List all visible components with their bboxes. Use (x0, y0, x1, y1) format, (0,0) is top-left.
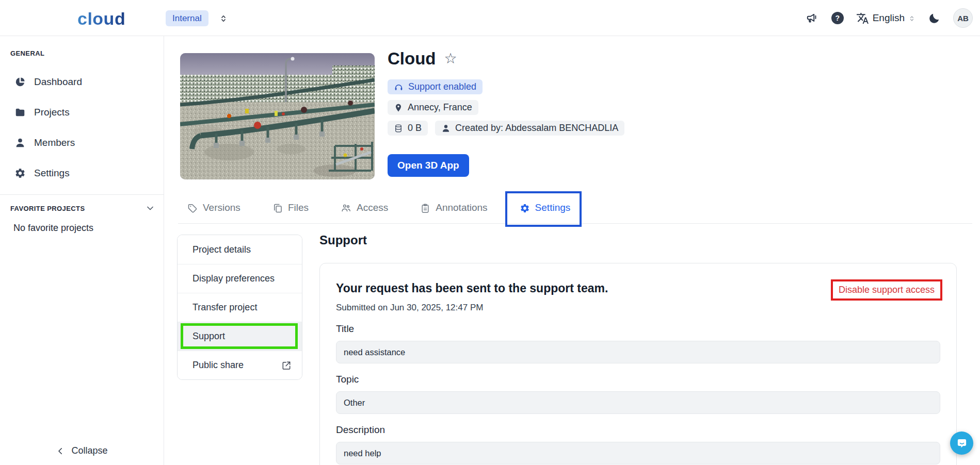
tab-versions[interactable]: Versions (187, 202, 240, 213)
title-field-value: need assistance (344, 347, 405, 357)
tab-label: Files (288, 202, 309, 213)
menu-item-label: Display preferences (192, 273, 275, 284)
announcements-icon[interactable] (806, 11, 819, 25)
clipboard-icon (420, 202, 430, 213)
language-selector[interactable]: English (856, 12, 915, 25)
chat-widget-button[interactable] (950, 431, 973, 455)
navbar-actions: ? English AB (806, 0, 973, 36)
disable-support-access-button[interactable]: Disable support access (839, 285, 935, 295)
headset-icon (394, 81, 404, 92)
language-label: English (873, 12, 905, 24)
pointcloud-preview-image (180, 53, 375, 179)
size-badge: 0 B (388, 121, 428, 136)
gear-icon (14, 167, 26, 179)
workspace-label: Internal (172, 13, 202, 24)
size-badge-label: 0 B (408, 123, 422, 134)
external-link-icon (281, 360, 292, 371)
pie-chart-icon (14, 76, 26, 88)
main-content: Cloud ☆ Support enabled Annecy, France 0… (164, 36, 980, 465)
avatar-initials: AB (957, 14, 969, 23)
sidebar-item-members[interactable]: Members (0, 127, 164, 158)
menu-item-support[interactable]: Support (178, 322, 302, 351)
menu-item-transfer-project[interactable]: Transfer project (178, 293, 302, 322)
menu-item-display-preferences[interactable]: Display preferences (178, 264, 302, 293)
translate-icon (856, 12, 869, 25)
user-avatar[interactable]: AB (953, 8, 973, 28)
favorite-projects-label: FAVORITE PROJECTS (10, 205, 85, 212)
favorites-empty-text: No favorite projects (13, 223, 164, 234)
help-icon[interactable]: ? (831, 12, 844, 24)
menu-item-public-share[interactable]: Public share (178, 351, 302, 379)
favorite-star-icon[interactable]: ☆ (444, 52, 457, 66)
sidebar-item-label: Settings (34, 168, 70, 179)
project-thumbnail (180, 53, 375, 179)
menu-item-project-details[interactable]: Project details (178, 235, 302, 264)
app-screen: cloud Internal ? English AB GENERAL Dash… (0, 0, 980, 465)
people-icon (341, 202, 351, 213)
topic-field-value: Other (344, 398, 365, 408)
location-badge: Annecy, France (388, 100, 478, 115)
sidebar-item-settings[interactable]: Settings (0, 158, 164, 188)
tab-access[interactable]: Access (341, 202, 388, 213)
location-badge-label: Annecy, France (408, 102, 472, 113)
support-heading: Support (319, 233, 367, 247)
disable-support-wrapper: Disable support access (839, 285, 935, 295)
description-field-value: need help (344, 449, 381, 458)
sidebar-item-dashboard[interactable]: Dashboard (0, 67, 164, 97)
tab-annotations[interactable]: Annotations (420, 202, 487, 213)
favorite-projects-header[interactable]: FAVORITE PROJECTS (0, 203, 164, 213)
support-message: Your request has been sent to the suppor… (336, 281, 608, 295)
folder-icon (14, 106, 26, 118)
sidebar-general-label: GENERAL (10, 49, 164, 57)
files-icon (272, 202, 283, 213)
chat-bubble-icon (955, 437, 969, 450)
app-logo[interactable]: cloud (77, 9, 125, 29)
settings-submenu: Project details Display preferences Tran… (177, 235, 302, 380)
tag-icon (187, 202, 198, 213)
title-field-label: Title (336, 323, 940, 335)
chevron-left-icon (56, 445, 65, 456)
location-pin-icon (394, 102, 403, 113)
project-title: Cloud (388, 49, 436, 69)
support-enabled-badge: Support enabled (388, 79, 483, 94)
help-glyph: ? (835, 14, 840, 22)
tab-settings[interactable]: Settings (520, 202, 571, 213)
description-field-label: Description (336, 424, 940, 436)
submitted-timestamp: Submitted on Jun 30, 2025, 12:47 PM (336, 303, 940, 313)
language-updown-icon (908, 12, 915, 24)
description-field-input[interactable]: need help (336, 442, 940, 464)
project-tabs: Versions Files Access Annotations Settin… (178, 192, 972, 224)
sidebar-item-label: Members (34, 137, 75, 148)
chevron-down-icon[interactable] (145, 203, 155, 213)
top-navbar: cloud Internal ? English AB (0, 0, 980, 36)
sidebar-item-label: Dashboard (34, 76, 82, 88)
open-3d-app-button[interactable]: Open 3D App (388, 154, 469, 177)
dark-mode-icon[interactable] (928, 12, 941, 25)
sidebar-collapse-button[interactable]: Collapse (0, 441, 164, 460)
collapse-label: Collapse (71, 445, 107, 456)
tab-label: Versions (203, 202, 240, 213)
topic-field-label: Topic (336, 374, 940, 385)
menu-item-label: Public share (192, 360, 244, 371)
menu-item-label: Support (192, 331, 225, 342)
person-icon (441, 123, 451, 134)
created-by-label: Created by: Abdessalam BENCHADLIA (455, 123, 618, 134)
topic-field-input[interactable]: Other (336, 391, 940, 414)
menu-item-label: Project details (192, 244, 251, 255)
support-badge-label: Support enabled (408, 81, 476, 92)
tab-label: Access (357, 202, 388, 213)
tab-label: Annotations (436, 202, 487, 213)
gear-icon (520, 202, 530, 213)
sidebar-item-projects[interactable]: Projects (0, 97, 164, 127)
created-by-badge: Created by: Abdessalam BENCHADLIA (435, 121, 624, 136)
database-icon (394, 123, 403, 134)
tab-files[interactable]: Files (272, 202, 309, 213)
workspace-selector[interactable]: Internal (166, 10, 208, 26)
sidebar-item-label: Projects (34, 107, 70, 118)
workspace-updown-icon[interactable] (219, 13, 228, 23)
support-panel: Your request has been sent to the suppor… (319, 263, 957, 465)
menu-item-label: Transfer project (192, 302, 257, 313)
sidebar-divider (0, 194, 164, 195)
title-field-input[interactable]: need assistance (336, 341, 940, 363)
person-icon (14, 137, 26, 148)
